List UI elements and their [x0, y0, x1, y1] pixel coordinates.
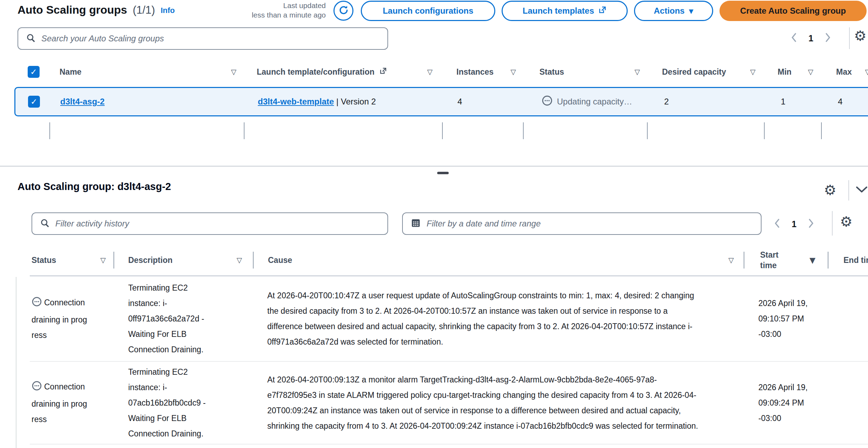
column-divider	[647, 122, 648, 139]
activity-table-header: Status ▽ Description ▽ Cause ▽ Start tim…	[30, 244, 868, 276]
sort-desc-icon[interactable]: ▼	[810, 256, 815, 265]
page-title: Auto Scaling groups	[18, 4, 127, 16]
actions-button[interactable]: Actions ▼	[634, 1, 713, 21]
activity-start-time: 2026 April 19, 09:09:24 PM -03:00	[758, 380, 815, 426]
asg-search-box	[18, 27, 388, 50]
column-divider	[828, 252, 828, 269]
column-filter-icon[interactable]: ▽	[231, 68, 236, 76]
column-header-name[interactable]: Name ▽	[60, 59, 236, 85]
activity-description: Terminating EC2 instance: i-07acb16b2bfb…	[128, 364, 219, 441]
column-header-desired-capacity[interactable]: Desired capacity ▽	[662, 59, 756, 85]
last-updated-text: Last updated less than a minute ago	[203, 1, 326, 20]
column-header-max[interactable]: Max ▽	[836, 59, 868, 85]
activity-row[interactable]: Connection draining in progress Terminat…	[30, 362, 868, 444]
split-panel-drag-handle[interactable]	[437, 172, 449, 174]
instances-value: 4	[457, 97, 462, 107]
column-header-description[interactable]: Description ▽	[128, 244, 242, 276]
column-header-cause[interactable]: Cause ▽	[268, 244, 734, 276]
column-filter-icon[interactable]: ▽	[511, 68, 516, 76]
page-header: Auto Scaling groups (1/1) Info	[18, 4, 175, 16]
column-divider	[244, 122, 244, 139]
max-value: 4	[838, 97, 842, 107]
current-page[interactable]: 1	[792, 219, 797, 229]
column-divider	[113, 252, 114, 269]
column-header-instances[interactable]: Instances ▽	[456, 59, 516, 85]
asg-table-row[interactable]: ✓ d3lt4-asg-2 d3lt4-web-template | Versi…	[14, 87, 868, 116]
column-header-status[interactable]: Status ▽	[539, 59, 640, 85]
status-text: Updating capacity…	[557, 97, 632, 107]
divider	[832, 211, 833, 236]
activity-pagination: 1	[773, 218, 815, 230]
date-range-filter-input[interactable]	[427, 219, 753, 229]
next-page-button[interactable]	[807, 218, 815, 230]
column-divider	[821, 122, 822, 139]
calendar-icon	[411, 218, 421, 230]
check-icon: ✓	[30, 67, 37, 76]
prev-page-button[interactable]	[773, 218, 781, 230]
activity-cause: At 2026-04-20T00:09:13Z a monitor alarm …	[267, 372, 700, 434]
asg-table-header: ✓ Name ▽ Launch template/configuration ▽	[0, 59, 868, 85]
column-divider	[744, 252, 744, 269]
column-filter-icon[interactable]: ▽	[750, 68, 756, 76]
column-header-end-time[interactable]: End time	[843, 244, 868, 276]
divider	[849, 27, 850, 49]
launch-configurations-button[interactable]: Launch configurations	[361, 1, 495, 21]
next-page-button[interactable]	[824, 32, 832, 44]
in-progress-icon	[32, 381, 42, 396]
activity-filter-box	[32, 212, 388, 235]
activity-table: Status ▽ Description ▽ Cause ▽ Start tim…	[30, 244, 868, 276]
current-page[interactable]: 1	[808, 33, 813, 43]
column-header-launch-template[interactable]: Launch template/configuration ▽	[257, 59, 433, 85]
column-filter-icon[interactable]: ▽	[237, 256, 242, 264]
table-left-border	[16, 277, 16, 448]
check-icon: ✓	[30, 97, 37, 106]
chevron-down-icon[interactable]	[855, 185, 868, 195]
desired-capacity-value: 2	[664, 97, 669, 107]
asg-pagination: 1	[790, 32, 832, 44]
panel-divider	[0, 166, 868, 167]
refresh-button[interactable]	[333, 1, 353, 21]
column-filter-icon[interactable]: ▽	[635, 68, 640, 76]
search-icon	[26, 33, 36, 44]
settings-gear-icon[interactable]: ⚙	[854, 29, 867, 43]
activity-filter-input[interactable]	[55, 219, 380, 229]
column-filter-icon[interactable]: ▽	[427, 68, 433, 76]
asg-name-link[interactable]: d3lt4-asg-2	[60, 97, 105, 107]
asg-search-input[interactable]	[41, 34, 380, 43]
auto-scaling-console: Auto Scaling groups (1/1) Info Last upda…	[0, 0, 868, 448]
date-range-filter-box	[402, 212, 762, 235]
settings-gear-icon[interactable]: ⚙	[824, 183, 836, 197]
refresh-icon	[338, 5, 349, 17]
result-count: (1/1)	[133, 4, 155, 16]
column-filter-icon[interactable]: ▽	[101, 256, 106, 264]
activity-row[interactable]: Connection draining in progress Terminat…	[30, 276, 868, 362]
detail-panel-title: Auto Scaling group: d3lt4-asg-2	[18, 181, 171, 192]
prev-page-button[interactable]	[790, 32, 798, 44]
column-header-start-time[interactable]: Start time ▼	[760, 244, 815, 276]
launch-templates-button[interactable]: Launch templates	[502, 1, 628, 21]
column-filter-icon[interactable]: ▽	[729, 256, 734, 264]
select-all-checkbox[interactable]: ✓	[28, 66, 40, 78]
search-icon	[40, 218, 50, 229]
column-header-min[interactable]: Min ▽	[778, 59, 813, 85]
external-link-icon	[379, 67, 387, 77]
external-link-icon	[598, 6, 607, 16]
column-divider	[253, 252, 254, 269]
row-checkbox[interactable]: ✓	[28, 96, 40, 108]
launch-template-link[interactable]: d3lt4-web-template	[258, 97, 334, 106]
column-header-status[interactable]: Status ▽	[32, 244, 106, 276]
create-auto-scaling-group-button[interactable]: Create Auto Scaling group	[719, 1, 867, 21]
activity-start-time: 2026 April 19, 09:10:57 PM -03:00	[758, 296, 815, 342]
column-filter-icon[interactable]: ▽	[808, 68, 813, 76]
info-link[interactable]: Info	[161, 6, 175, 15]
column-filter-icon[interactable]: ▽	[865, 68, 868, 76]
activity-status: Connection draining in progress	[32, 379, 88, 427]
launch-template-version: | Version 2	[336, 97, 376, 106]
activity-cause: At 2026-04-20T00:10:47Z a user request u…	[267, 288, 700, 349]
min-value: 1	[781, 97, 785, 107]
activity-description: Terminating EC2 instance: i-0ff971a36c6a…	[128, 280, 219, 357]
settings-gear-icon[interactable]: ⚙	[840, 215, 853, 229]
activity-status: Connection draining in progress	[32, 295, 88, 343]
in-progress-icon	[32, 297, 42, 312]
column-divider	[49, 122, 50, 139]
